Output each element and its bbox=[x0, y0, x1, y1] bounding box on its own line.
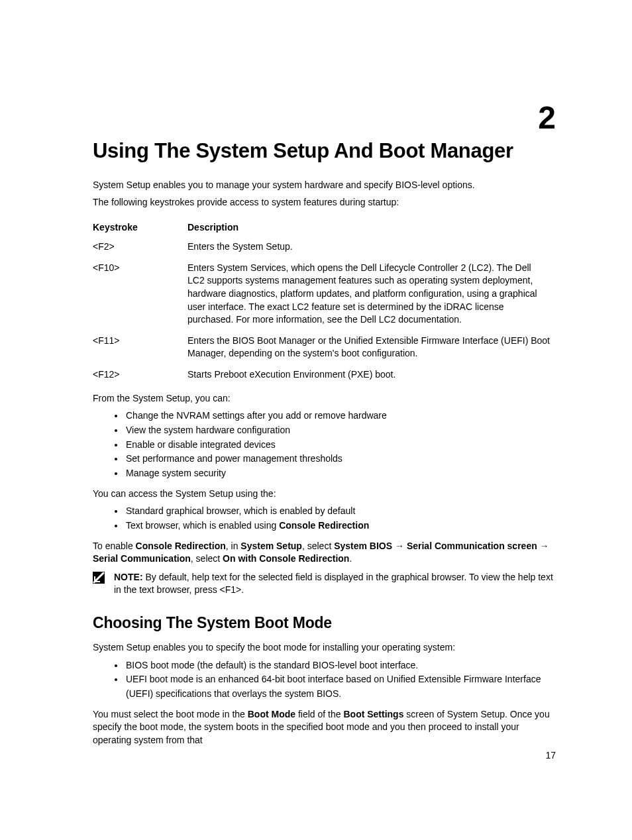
list-item: View the system hardware configuration bbox=[125, 423, 556, 438]
access-paragraph: You can access the System Setup using th… bbox=[93, 488, 556, 501]
table-row: <F11> Enters the BIOS Boot Manager or th… bbox=[93, 331, 556, 364]
list-item: Enable or disable integrated devices bbox=[125, 438, 556, 452]
cell-description: Enters the System Setup. bbox=[187, 236, 556, 258]
table-header-row: Keystroke Description bbox=[93, 218, 556, 236]
bold-text: On with Console Redirection bbox=[223, 553, 349, 564]
header-description: Description bbox=[187, 218, 556, 236]
list-item: UEFI boot mode is an enhanced 64-bit boo… bbox=[125, 672, 556, 701]
note-body: By default, help text for the selected f… bbox=[114, 572, 553, 596]
page-title: Using The System Setup And Boot Manager bbox=[93, 139, 556, 163]
sub-paragraph-1: System Setup enables you to specify the … bbox=[93, 641, 556, 655]
bold-text: System Setup bbox=[240, 541, 302, 551]
cell-description: Enters the BIOS Boot Manager or the Unif… bbox=[187, 331, 556, 364]
cell-keystroke: <F10> bbox=[93, 258, 187, 331]
note-label: NOTE: bbox=[114, 572, 143, 582]
bullets-boot-modes: BIOS boot mode (the default) is the stan… bbox=[93, 658, 556, 702]
arrow: → bbox=[392, 541, 407, 551]
bold-text: Serial Communication bbox=[93, 553, 191, 564]
intro-paragraph-1: System Setup enables you to manage your … bbox=[93, 179, 556, 192]
keystroke-table: Keystroke Description <F2> Enters the Sy… bbox=[93, 218, 556, 385]
final-paragraph: You must select the boot mode in the Boo… bbox=[93, 708, 556, 747]
bold-text: Boot Mode bbox=[248, 709, 295, 719]
text: . bbox=[349, 553, 352, 564]
table-row: <F2> Enters the System Setup. bbox=[93, 236, 556, 258]
cell-description: Starts Preboot eXecution Environment (PX… bbox=[187, 364, 556, 386]
note-text: NOTE: By default, help text for the sele… bbox=[114, 571, 556, 597]
bold-text: Console Redirection bbox=[279, 520, 369, 531]
bold-text: Console Redirection bbox=[136, 541, 226, 551]
text: , select bbox=[302, 541, 334, 551]
header-keystroke: Keystroke bbox=[93, 218, 187, 236]
list-item: Standard graphical browser, which is ena… bbox=[125, 504, 556, 519]
list-item: Set performance and power management thr… bbox=[125, 452, 556, 466]
text: Text browser, which is enabled using bbox=[126, 520, 279, 531]
document-page: 2 Using The System Setup And Boot Manage… bbox=[0, 0, 632, 840]
bullets-capabilities: Change the NVRAM settings after you add … bbox=[93, 409, 556, 480]
bold-text: Serial Communication screen bbox=[407, 541, 537, 551]
intro-paragraph-2: The following keystrokes provide access … bbox=[93, 196, 556, 209]
list-item: Text browser, which is enabled using Con… bbox=[125, 519, 556, 533]
cell-keystroke: <F2> bbox=[93, 236, 187, 258]
section-heading: Choosing The System Boot Mode bbox=[93, 614, 556, 632]
list-item: Manage system security bbox=[125, 466, 556, 481]
bold-text: System BIOS bbox=[334, 541, 392, 551]
page-number: 17 bbox=[545, 750, 556, 761]
bullets-access: Standard graphical browser, which is ena… bbox=[93, 504, 556, 533]
text: To enable bbox=[93, 541, 136, 551]
cell-keystroke: <F12> bbox=[93, 364, 187, 386]
table-row: <F10> Enters System Services, which open… bbox=[93, 258, 556, 331]
list-item: BIOS boot mode (the default) is the stan… bbox=[125, 658, 556, 673]
enable-paragraph: To enable Console Redirection, in System… bbox=[93, 540, 556, 566]
cell-description: Enters System Services, which opens the … bbox=[187, 258, 556, 331]
bold-text: Boot Settings bbox=[343, 709, 403, 719]
text: , in bbox=[226, 541, 241, 551]
chapter-number: 2 bbox=[538, 99, 556, 136]
text: field of the bbox=[295, 709, 343, 719]
note-icon bbox=[93, 572, 106, 586]
text: , select bbox=[191, 553, 223, 564]
after-table-paragraph: From the System Setup, you can: bbox=[93, 392, 556, 405]
arrow: → bbox=[537, 541, 549, 551]
table-row: <F12> Starts Preboot eXecution Environme… bbox=[93, 364, 556, 386]
note-block: NOTE: By default, help text for the sele… bbox=[93, 571, 556, 597]
list-item: Change the NVRAM settings after you add … bbox=[125, 409, 556, 423]
cell-keystroke: <F11> bbox=[93, 331, 187, 364]
text: You must select the boot mode in the bbox=[93, 709, 248, 719]
